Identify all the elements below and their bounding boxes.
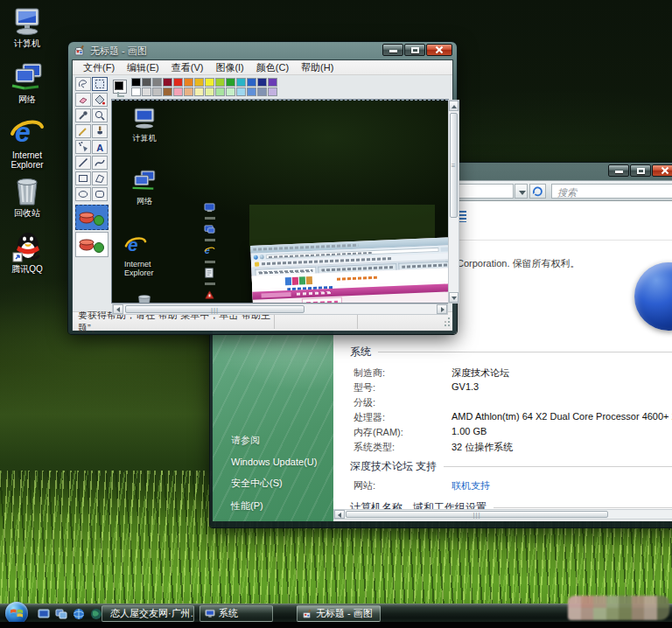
mini-recycle-bin-icon [119, 293, 170, 303]
menu-help[interactable]: 帮助(H) [296, 60, 339, 75]
minimize-button[interactable] [382, 44, 403, 56]
desktop-icon-qq[interactable]: 腾讯QQ [2, 230, 52, 274]
info-row: 内存(RAM):1.00 GB [354, 426, 672, 441]
palette-color[interactable] [247, 78, 256, 87]
scrollbar-thumb[interactable]: ≡ [450, 113, 458, 218]
polygon-tool[interactable] [92, 171, 108, 185]
search-placeholder: 搜索 [557, 187, 577, 198]
palette-color[interactable] [194, 87, 204, 96]
sidebar-item-performance[interactable]: 性能(P) [231, 499, 317, 513]
desktop-icon-label: 回收站 [2, 208, 52, 218]
palette-color[interactable] [215, 78, 225, 87]
search-input[interactable]: 搜索 [551, 184, 672, 199]
taskbar-button-website[interactable]: 恋人屋交友网·广州... [102, 605, 194, 622]
internet-explorer-quicklaunch-icon[interactable] [72, 607, 85, 620]
palette-color[interactable] [131, 87, 141, 96]
see-also-header: 请参阅 [231, 434, 317, 447]
text-tool[interactable]: A [92, 140, 108, 154]
palette-color[interactable] [257, 78, 267, 87]
palette-color[interactable] [131, 78, 141, 87]
scrollbar-thumb[interactable]: ||| [346, 511, 608, 518]
globe-icon[interactable] [89, 607, 102, 620]
mini-computer-icon: 计算机 [119, 106, 170, 143]
palette-color[interactable] [173, 87, 183, 96]
draw-transparent-option[interactable] [75, 232, 108, 257]
rectangle-tool[interactable] [75, 171, 91, 185]
palette-color[interactable] [236, 87, 246, 96]
palette-color[interactable] [205, 78, 214, 87]
color-picker-tool[interactable] [75, 108, 91, 122]
system-section-header: 系统 [350, 345, 672, 359]
show-desktop-icon[interactable] [37, 607, 50, 620]
freeform-select-tool[interactable] [75, 77, 91, 91]
maximize-button[interactable] [404, 44, 425, 56]
fill-tool[interactable] [92, 93, 108, 107]
menu-edit[interactable]: 编辑(E) [122, 60, 164, 75]
palette-color[interactable] [184, 78, 193, 87]
line-tool[interactable] [75, 156, 91, 170]
airbrush-tool[interactable] [75, 140, 91, 154]
address-dropdown-button[interactable] [514, 184, 528, 199]
desktop-icon-recycle-bin[interactable]: 回收站 [2, 174, 52, 218]
palette-color[interactable] [257, 87, 267, 96]
palette-color[interactable] [142, 78, 151, 87]
palette-color[interactable] [236, 78, 246, 87]
paint-canvas[interactable]: 计算机 网络 e Internet Explorer [112, 100, 448, 303]
taskbar-button-system[interactable]: 系统 [200, 605, 273, 622]
switch-windows-icon[interactable] [54, 607, 67, 620]
palette-color[interactable] [194, 78, 204, 87]
pencil-tool[interactable] [75, 124, 91, 138]
paint-titlebar[interactable]: 无标题 - 画图 [68, 42, 457, 59]
brush-tool[interactable] [92, 124, 108, 138]
palette-color[interactable] [205, 87, 214, 96]
palette-color[interactable] [142, 87, 151, 96]
palette-color[interactable] [163, 78, 172, 87]
canvas-horizontal-scrollbar[interactable]: ||| [112, 304, 448, 315]
palette-color[interactable] [226, 87, 235, 96]
rounded-rectangle-tool[interactable] [92, 187, 108, 201]
sidebar-item-windows-update[interactable]: Windows Update(U) [231, 457, 317, 467]
magnifier-tool[interactable] [92, 108, 108, 122]
palette-color[interactable] [163, 87, 172, 96]
palette-color[interactable] [247, 87, 256, 96]
minimize-button[interactable] [608, 164, 629, 177]
palette-color[interactable] [215, 87, 225, 96]
scrollbar-thumb[interactable]: ||| [125, 305, 304, 313]
select-tool[interactable] [92, 77, 108, 91]
palette-color[interactable] [173, 78, 183, 87]
online-support-link[interactable]: 联机支持 [452, 479, 490, 492]
eraser-tool[interactable] [75, 93, 91, 107]
palette-color[interactable] [226, 78, 235, 87]
canvas-vertical-scrollbar[interactable]: ≡ [448, 100, 459, 304]
palette-color[interactable] [268, 78, 277, 87]
menu-image[interactable]: 图像(I) [210, 60, 248, 75]
close-button[interactable] [426, 44, 452, 56]
info-row: 制造商:深度技术论坛 [354, 366, 672, 381]
menu-colors[interactable]: 颜色(C) [251, 60, 294, 75]
curve-tool[interactable] [92, 156, 108, 170]
resize-grip[interactable] [440, 315, 452, 329]
content-horizontal-scrollbar[interactable]: ||| [333, 509, 672, 520]
sidebar-item-security-center[interactable]: 安全中心(S) [231, 477, 317, 490]
menu-file[interactable]: 文件(F) [78, 60, 120, 75]
desktop-icon-internet-explorer[interactable]: e Internet Explorer [2, 116, 52, 170]
paint-color-palette [113, 78, 277, 99]
close-button[interactable] [652, 164, 672, 177]
internet-explorer-icon: e [2, 116, 52, 150]
scroll-left-button[interactable] [334, 510, 345, 519]
refresh-button[interactable] [529, 184, 546, 199]
palette-color[interactable] [184, 87, 193, 96]
palette-color[interactable] [268, 87, 277, 96]
taskbar-button-paint[interactable]: 无标题 - 画图 [297, 605, 381, 622]
menu-view[interactable]: 查看(V) [166, 60, 209, 75]
palette-color[interactable] [152, 87, 162, 96]
draw-opaque-option[interactable] [75, 205, 108, 230]
status-pane [274, 315, 357, 329]
maximize-button[interactable] [630, 164, 651, 177]
desktop-icon-network[interactable]: 网络 [2, 60, 52, 104]
system-info-rows: 制造商:深度技术论坛 型号:GV1.3 分级: 处理器:AMD Athlon(t… [354, 366, 672, 456]
desktop-icon-computer[interactable]: 计算机 [2, 4, 52, 48]
palette-color[interactable] [152, 78, 162, 87]
recycle-bin-icon [2, 174, 52, 207]
ellipse-tool[interactable] [75, 187, 91, 201]
